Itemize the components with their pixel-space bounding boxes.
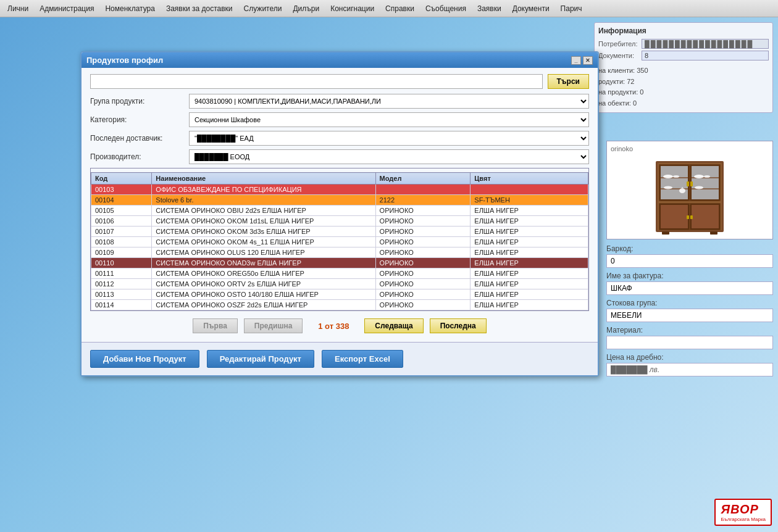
table-row[interactable]: 00103ОФИС ОБЗАВЕЖДАНЕ ПО СПЕЦИФИКАЦИЯ	[91, 185, 588, 195]
svg-point-15	[704, 175, 710, 178]
cell-color: SF-ТЪМЕН	[471, 195, 588, 206]
table-row[interactable]: 00109СИСТЕМА ОРИНОКО OLUS 120 ЕЛША НИГЕР…	[91, 247, 588, 258]
menu-номенклатура[interactable]: Номенклатура	[100, 2, 160, 15]
menu-заявки-доставки[interactable]: Заявки за доставки	[161, 2, 238, 15]
minimize-button[interactable]: _	[571, 56, 581, 65]
col-code: Код	[91, 173, 152, 185]
search-input[interactable]	[90, 74, 543, 89]
barcode-value: 0	[606, 254, 773, 268]
cell-model: ОРИНОКО	[375, 227, 471, 237]
stat-products2: на продукти: 0	[598, 87, 769, 98]
cell-code: 00114	[91, 300, 152, 310]
logo-area: ЯВОР Българската Марка	[714, 499, 772, 526]
close-button[interactable]: ✕	[583, 56, 593, 65]
edit-product-button[interactable]: Редактирай Продукт	[207, 350, 314, 368]
invoice-name-value: ШКАФ	[606, 281, 773, 295]
cell-code: 00105	[91, 206, 152, 216]
stock-group-label: Стокова група:	[606, 299, 773, 307]
cell-name: СИСТЕМА ОРИНОКО OREG50o ЕЛША НИГЕР	[152, 268, 375, 279]
table-row[interactable]: 00104Stolove 6 br.2122SF-ТЪМЕН	[91, 195, 588, 206]
category-row: Категория: Секционни Шкафове	[90, 112, 589, 127]
menu-администрация[interactable]: Администрация	[35, 2, 99, 15]
cell-name: СИСТЕМА ОРИНОКО OSZF 2d2s ЕЛША НИГЕР	[152, 300, 375, 310]
svg-rect-20	[660, 204, 688, 229]
menu-дилъри[interactable]: Дилъри	[288, 2, 324, 15]
cell-code: 00111	[91, 268, 152, 279]
supplier-select[interactable]: "████████" ЕАД	[189, 131, 589, 146]
col-color: Цвят	[471, 173, 588, 185]
cell-model	[375, 185, 471, 195]
cell-code: 00112	[91, 279, 152, 289]
add-product-button[interactable]: Добави Нов Продукт	[90, 350, 199, 368]
barcode-label: Баркод:	[606, 244, 773, 253]
category-select[interactable]: Секционни Шкафове	[189, 112, 589, 127]
svg-rect-3	[660, 165, 688, 200]
barcode-group: Баркод: 0	[606, 244, 773, 268]
action-row: Добави Нов Продукт Редактирай Продукт Ек…	[82, 342, 598, 375]
retail-price-value: ███████ лв.	[606, 363, 773, 376]
cell-code: 00109	[91, 247, 152, 258]
svg-point-16	[695, 186, 703, 189]
menu-заявки[interactable]: Заявки	[472, 2, 506, 15]
product-detail-panel: orinoko	[606, 141, 773, 380]
menu-документи[interactable]: Документи	[508, 2, 554, 15]
cell-code: 00106	[91, 216, 152, 227]
search-button[interactable]: Търси	[548, 74, 589, 89]
table-row[interactable]: 00110СИСТЕМА ОРИНОКО ONAD3w ЕЛША НИГЕРОР…	[91, 258, 588, 268]
cell-model: ОРИНОКО	[375, 289, 471, 300]
table-row[interactable]: 00108СИСТЕМА ОРИНОКО OKOM 4s_11 ЕЛША НИГ…	[91, 237, 588, 247]
table-row[interactable]: 00113СИСТЕМА ОРИНОКО OSTO 140/180 ЕЛША Н…	[91, 289, 588, 300]
group-select[interactable]: 9403810090 | КОМПЛЕКТИ,ДИВАНИ,МАСИ,ПАРАВ…	[189, 94, 589, 109]
menu-парич[interactable]: Парич	[556, 2, 587, 15]
manufacturer-select[interactable]: ███████ ЕООД	[189, 149, 589, 164]
table-row[interactable]: 00106СИСТЕМА ОРИНОКО OKOM 1d1sL ЕЛША НИГ…	[91, 216, 588, 227]
cell-model: ОРИНОКО	[375, 206, 471, 216]
cell-model: ОРИНОКО	[375, 258, 471, 268]
cell-model: 2122	[375, 195, 471, 206]
material-group: Материал:	[606, 326, 773, 349]
svg-rect-22	[687, 215, 689, 219]
invoice-name-label: Име за фактура:	[606, 272, 773, 280]
doc-label: Документи:	[598, 52, 642, 59]
prev-page-button[interactable]: Предишна	[244, 318, 303, 333]
doc-value: 8	[642, 51, 769, 60]
svg-rect-24	[662, 231, 669, 235]
menubar: Лични Администрация Номенклатура Заявки …	[0, 0, 778, 17]
svg-rect-25	[710, 231, 717, 235]
cell-model: ОРИНОКО	[375, 216, 471, 227]
table-row[interactable]: 00105СИСТЕМА ОРИНОКО OBIU 2d2s ЕЛША НИГЕ…	[91, 206, 588, 216]
material-label: Материал:	[606, 326, 773, 335]
menu-съобщения[interactable]: Съобщения	[420, 2, 471, 15]
table-row[interactable]: 00114СИСТЕМА ОРИНОКО OSZF 2d2s ЕЛША НИГЕ…	[91, 300, 588, 310]
table-row[interactable]: 00111СИСТЕМА ОРИНОКО OREG50o ЕЛША НИГЕРО…	[91, 268, 588, 279]
export-excel-button[interactable]: Експорт Excel	[322, 350, 403, 368]
manufacturer-row: Производител: ███████ ЕООД	[90, 149, 589, 164]
cell-model: ОРИНОКО	[375, 237, 471, 247]
menu-lични[interactable]: Лични	[2, 2, 33, 15]
table-row[interactable]: 00107СИСТЕМА ОРИНОКО OKOM 3d3s ЕЛША НИГЕ…	[91, 227, 588, 237]
col-model: Модел	[375, 173, 471, 185]
svg-rect-5	[687, 181, 689, 186]
cell-color: ЕЛША НИГЕР	[471, 227, 588, 237]
table-row[interactable]: 00112СИСТЕМА ОРИНОКО ORTV 2s ЕЛША НИГЕРО…	[91, 279, 588, 289]
menu-служители[interactable]: Служители	[239, 2, 287, 15]
supplier-label: Последен доставчик:	[90, 134, 189, 143]
next-page-button[interactable]: Следваща	[364, 318, 423, 333]
first-page-button[interactable]: Първа	[193, 318, 238, 333]
cell-name: СИСТЕМА ОРИНОКО OKOM 1d1sL ЕЛША НИГЕР	[152, 216, 375, 227]
product-profile-dialog: Продуктов профил _ ✕ Търси Група продукт…	[80, 51, 599, 376]
main-area: Информация Потребител: █████████████████…	[0, 17, 778, 532]
group-label: Група продукти:	[90, 97, 189, 106]
svg-rect-4	[691, 165, 719, 200]
svg-rect-6	[690, 181, 693, 186]
dialog-body: Търси Група продукти: 9403810090 | КОМПЛ…	[82, 68, 598, 342]
product-image	[653, 155, 727, 235]
info-panel: Информация Потребител: █████████████████…	[594, 22, 773, 113]
menu-консигнации[interactable]: Консигнации	[325, 2, 379, 15]
material-value	[606, 336, 773, 349]
last-page-button[interactable]: Последна	[430, 318, 487, 333]
cell-name: СИСТЕМА ОРИНОКО OLUS 120 ЕЛША НИГЕР	[152, 247, 375, 258]
cell-code: 00108	[91, 237, 152, 247]
menu-справки[interactable]: Справки	[380, 2, 419, 15]
category-label: Категория:	[90, 115, 189, 124]
